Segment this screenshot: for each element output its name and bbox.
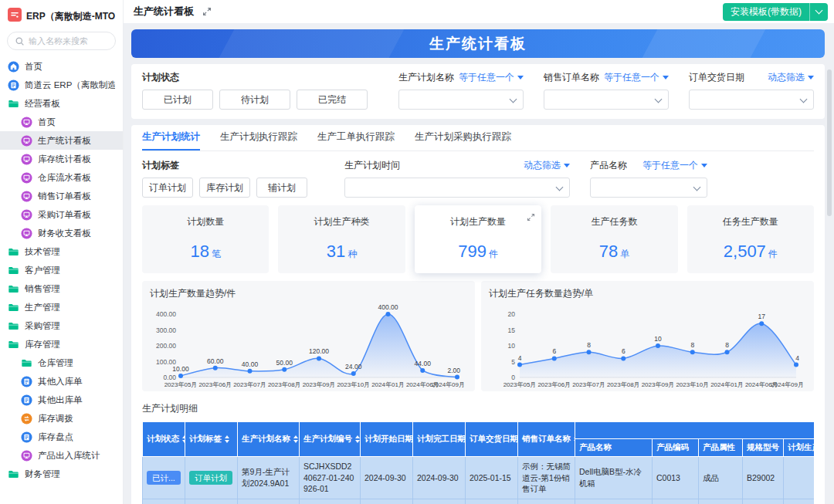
column-header-订单交货日期[interactable]: 订单交货日期 — [466, 422, 518, 457]
statistics-card: 生产计划统计 生产计划执行跟踪 生产工单执行跟踪 生产计划采购执行跟踪 计划标签… — [131, 125, 825, 504]
status-filter-button-planned[interactable]: 已计划 — [142, 90, 213, 110]
sidebar-item-库存调拨[interactable]: 库存调拨 — [0, 409, 123, 428]
tag-filter-button-aux[interactable]: 辅计划 — [256, 178, 307, 198]
kpi-plan-types: 计划生产种类 31种 — [278, 205, 405, 273]
chart-title: 计划生产任务数量趋势/单 — [489, 287, 806, 300]
chart-title: 计划生产数量趋势/件 — [150, 287, 467, 300]
sidebar-item-采购管理[interactable]: 采购管理 — [0, 316, 123, 335]
column-header-产品编码[interactable]: 产品编码 — [653, 439, 699, 457]
svg-text:2023年09月: 2023年09月 — [303, 381, 336, 388]
fullscreen-icon[interactable] — [202, 7, 212, 16]
filter-label: 生产计划时间 — [344, 159, 400, 172]
sidebar-menu: 首页简道云 ERP（离散制造-MTO）...经营看板首页生产统计看板库存统计看板… — [0, 57, 123, 504]
svg-text:2024年01月: 2024年01月 — [371, 381, 405, 388]
svg-text:400.00: 400.00 — [378, 303, 398, 311]
filter-operator-dropdown[interactable]: 动态筛选 — [768, 71, 814, 84]
sidebar-item-生产统计看板[interactable]: 生产统计看板 — [0, 131, 123, 150]
chart-svg: 0.00100.00200.00300.00400.0010.0060.0040… — [150, 303, 466, 390]
column-header-计划开始日期[interactable]: 计划开始日期 — [361, 422, 413, 457]
sidebar-item-简道云 ERP（离散制造-MTO）...[interactable]: 简道云 ERP（离散制造-MTO）... — [0, 76, 123, 94]
sidebar-item-销售订单看板[interactable]: 销售订单看板 — [0, 187, 123, 205]
tab-plan-execution[interactable]: 生产计划执行跟踪 — [220, 125, 297, 151]
expand-icon[interactable] — [527, 211, 535, 225]
sidebar-item-label: 库存调拨 — [38, 413, 73, 425]
tag-filter-button-order[interactable]: 订单计划 — [142, 178, 193, 198]
svg-text:15: 15 — [508, 326, 516, 334]
sidebar-item-采购订单看板[interactable]: 采购订单看板 — [0, 205, 123, 224]
sidebar-item-其他出库单[interactable]: 其他出库单 — [0, 391, 123, 409]
chevron-down-icon — [815, 7, 823, 15]
sort-icon — [225, 435, 229, 443]
kpi-plan-qty: 计划生产数量 799件 — [415, 205, 541, 273]
tag-filter-button-stock[interactable]: 库存计划 — [199, 178, 250, 198]
filter-group-label: 计划标签 — [142, 159, 324, 172]
filter-operator-dropdown[interactable]: 等于任意一个 — [459, 71, 524, 84]
svg-text:4: 4 — [795, 354, 799, 362]
svg-text:2024年01月: 2024年01月 — [710, 381, 744, 388]
sidebar-item-首页[interactable]: 首页 — [0, 113, 123, 131]
column-header-计划状态[interactable]: 计划状态 — [143, 422, 185, 457]
filter-operator-dropdown[interactable]: 等于任意一个 — [604, 71, 669, 84]
svg-text:10: 10 — [654, 335, 662, 343]
svg-text:2023年07月: 2023年07月 — [233, 381, 266, 388]
product-name-select[interactable] — [590, 178, 707, 198]
sidebar-item-库存盘点[interactable]: 库存盘点 — [0, 428, 123, 446]
sidebar-item-label: 销售订单看板 — [38, 191, 91, 202]
sidebar-item-首页[interactable]: 首页 — [0, 57, 123, 76]
plan-name-select[interactable] — [398, 90, 524, 110]
filter-panel-inner: 计划标签 订单计划 库存计划 辅计划 生产计划时间 动态筛选 — [142, 151, 814, 198]
sidebar-search-input[interactable]: 输入名称来搜索 — [7, 32, 116, 50]
table-row[interactable]: 已计...订单计划第9月-生产计划2024.9A01SCJHXSDD240627… — [143, 457, 815, 499]
column-header-计划标签[interactable]: 计划标签 — [185, 422, 238, 457]
sidebar-item-产品出入库统计[interactable]: 产品出入库统计 — [0, 446, 123, 465]
column-header-生产计划编号[interactable]: 生产计划编号 — [300, 422, 361, 457]
svg-text:2023年05月: 2023年05月 — [164, 381, 198, 388]
plan-detail-table: 计划状态计划标签生产计划名称生产计划编号计划开始日期计划完工日期订单交货日期销售… — [142, 421, 814, 504]
filter-operator-dropdown[interactable]: 动态筛选 — [524, 159, 570, 172]
sidebar-item-销售管理[interactable]: 销售管理 — [0, 279, 123, 298]
tab-plan-statistics[interactable]: 生产计划统计 — [142, 125, 200, 151]
delivery-date-select[interactable] — [689, 90, 814, 110]
table-row[interactable]: 已完...订单计划第6月-生产计划2024.6A03SCJHXSDD240627… — [143, 499, 815, 504]
column-header-生产计划名称[interactable]: 生产计划名称 — [238, 422, 300, 457]
sidebar-item-库存统计看板[interactable]: 库存统计看板 — [0, 150, 123, 168]
column-header-计划生产数量[interactable]: 计划生产数量 — [784, 439, 815, 457]
tab-purchase-execution[interactable]: 生产计划采购执行跟踪 — [415, 125, 511, 151]
tag-cell: 订单计划 — [185, 499, 238, 504]
sidebar-item-库存管理[interactable]: 库存管理 — [0, 335, 123, 353]
plan-time-select[interactable] — [344, 178, 570, 198]
column-header-销售订单名称[interactable]: 销售订单名称 — [518, 422, 575, 457]
search-icon — [15, 36, 25, 46]
vertical-scrollbar[interactable] — [827, 69, 832, 216]
status-filter-button-closed[interactable]: 已完结 — [297, 90, 368, 110]
install-dropdown-button[interactable] — [809, 3, 828, 21]
transfer-icon — [21, 413, 32, 425]
sidebar-item-仓库管理[interactable]: 仓库管理 — [0, 353, 123, 372]
sidebar-item-label: 采购订单看板 — [38, 209, 91, 221]
caret-down-icon — [564, 164, 570, 171]
tab-workorder-execution[interactable]: 生产工单执行跟踪 — [317, 125, 395, 151]
status-cell: 已计... — [143, 457, 185, 499]
sidebar-item-财务收支看板[interactable]: 财务收支看板 — [0, 224, 123, 242]
svg-text:2023年08月: 2023年08月 — [607, 381, 640, 388]
column-header-产品属性[interactable]: 产品属性 — [699, 439, 743, 457]
sidebar-item-经营看板[interactable]: 经营看板 — [0, 94, 123, 113]
sales-order-select[interactable] — [544, 90, 669, 110]
status-filter-button-pending[interactable]: 待计划 — [219, 90, 290, 110]
column-header-产品名称[interactable]: 产品名称 — [575, 439, 653, 457]
sidebar-item-技术管理[interactable]: 技术管理 — [0, 242, 123, 261]
install-template-button[interactable]: 安装模板(带数据) — [723, 3, 809, 21]
sidebar-item-财务管理[interactable]: 财务管理 — [0, 465, 123, 483]
filter-operator-dropdown[interactable]: 等于任意一个 — [642, 159, 707, 172]
column-header-计划完工日期[interactable]: 计划完工日期 — [413, 422, 466, 457]
board-icon — [21, 117, 32, 128]
sidebar-item-其他入库单[interactable]: 其他入库单 — [0, 372, 123, 391]
column-header-规格型号[interactable]: 规格型号 — [743, 439, 784, 457]
product-attr-cell: 成品 — [699, 457, 743, 499]
sidebar-item-仓库流水看板[interactable]: 仓库流水看板 — [0, 168, 123, 187]
status-cell: 已完... — [143, 499, 185, 504]
sidebar-item-生产管理[interactable]: 生产管理 — [0, 298, 123, 316]
app-logo[interactable]: ERP（离散制造-MTO） — [0, 6, 123, 32]
product-name-filter: 产品名称 等于任意一个 — [590, 159, 707, 198]
sidebar-item-客户管理[interactable]: 客户管理 — [0, 261, 123, 279]
